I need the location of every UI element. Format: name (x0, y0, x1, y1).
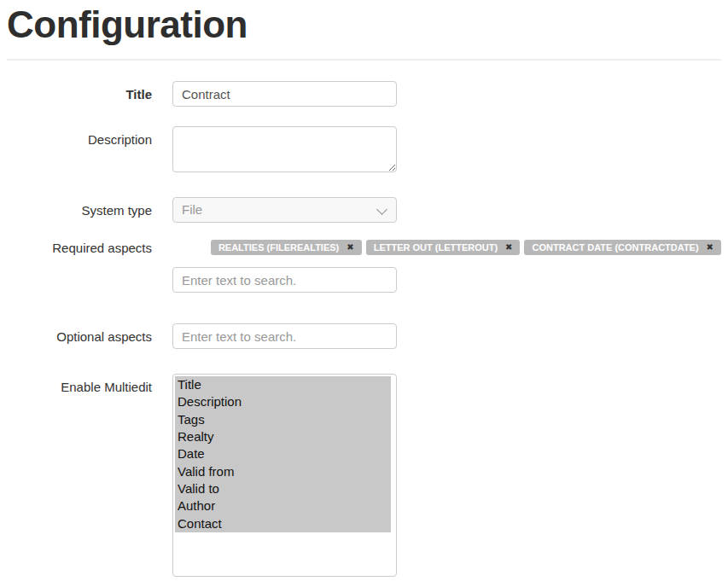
enable-multiedit-label: Enable Multiedit (7, 374, 152, 394)
multiedit-option[interactable]: Tags (175, 411, 391, 428)
system-type-select: File (172, 197, 397, 223)
form-row-title: Title (7, 81, 721, 107)
remove-tag-icon[interactable]: ✖ (707, 243, 713, 252)
aspect-tag-label: LETTER OUT (LETTEROUT) (374, 242, 498, 253)
configuration-form: Title Description System type File Requi… (7, 61, 721, 577)
page-title: Configuration (7, 0, 721, 44)
multiedit-option[interactable]: Valid from (175, 463, 391, 480)
title-label: Title (7, 81, 152, 102)
aspect-tag: REALTIES (FILEREALTIES) ✖ (211, 240, 362, 255)
multiedit-option[interactable]: Title (175, 376, 391, 393)
multiedit-option[interactable]: Author (175, 497, 391, 514)
remove-tag-icon[interactable]: ✖ (505, 243, 512, 252)
chevron-down-icon (376, 204, 387, 215)
required-aspects-search-input[interactable] (172, 267, 397, 293)
multiedit-option[interactable]: Description (175, 393, 391, 410)
remove-tag-icon[interactable]: ✖ (347, 243, 353, 252)
system-type-label: System type (7, 197, 152, 218)
form-row-enable-multiedit: Enable Multiedit Title Description Tags … (7, 374, 721, 577)
form-row-optional-aspects: Optional aspects (7, 323, 721, 349)
multiedit-option[interactable]: Valid to (175, 480, 391, 497)
aspect-tag-label: REALTIES (FILEREALTIES) (218, 242, 339, 253)
required-aspects-tag-list: REALTIES (FILEREALTIES) ✖ LETTER OUT (LE… (172, 240, 721, 255)
multiedit-option[interactable]: Realty (175, 428, 391, 445)
form-row-required-aspects: Required aspects REALTIES (FILEREALTIES)… (7, 240, 721, 293)
multiedit-listbox: Title Description Tags Realty Date Valid… (172, 374, 397, 577)
system-type-value: File (182, 202, 202, 217)
title-input[interactable] (172, 81, 397, 107)
form-row-system-type: System type File (7, 197, 721, 223)
description-label: Description (7, 126, 152, 147)
description-textarea[interactable] (172, 126, 397, 172)
optional-aspects-label: Optional aspects (7, 323, 152, 344)
aspect-tag: LETTER OUT (LETTEROUT) ✖ (366, 240, 521, 255)
form-row-description: Description (7, 126, 721, 176)
aspect-tag-label: CONTRACT DATE (CONTRACTDATE) (532, 242, 698, 253)
required-aspects-label: Required aspects (7, 240, 152, 255)
optional-aspects-search-input[interactable] (172, 323, 397, 349)
multiedit-option[interactable]: Contact (175, 515, 391, 532)
aspect-tag: CONTRACT DATE (CONTRACTDATE) ✖ (524, 240, 721, 255)
multiedit-option[interactable]: Date (175, 445, 391, 462)
